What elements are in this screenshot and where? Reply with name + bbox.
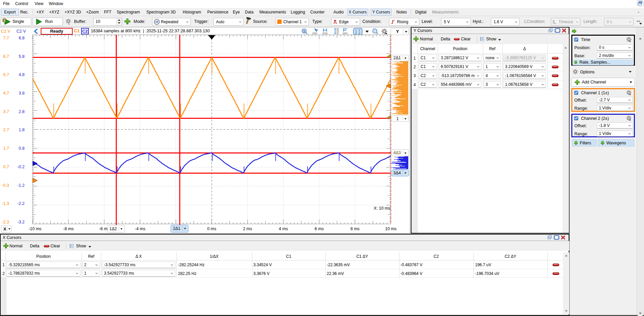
svg-text:-0.2: -0.2 [17,165,25,169]
svg-text:-0.3: -0.3 [2,183,9,188]
svg-text:6 ms: 6 ms [315,226,324,231]
svg-text:5.8: 5.8 [19,54,25,59]
svg-text:2.8: 2.8 [19,109,25,114]
svg-text:-1.2: -1.2 [17,183,25,188]
svg-text:4.7: 4.7 [3,91,9,96]
svg-text:10 ms: 10 ms [385,226,396,231]
svg-text:3.8: 3.8 [19,91,25,96]
svg-text:-1.3: -1.3 [2,201,9,206]
svg-text:5.7: 5.7 [3,72,9,77]
svg-text:1.7: 1.7 [3,146,9,151]
svg-text:2 ms: 2 ms [243,226,252,231]
svg-text:-2.3: -2.3 [2,220,9,224]
svg-text:-8 ms: -8 ms [63,226,74,231]
svg-text:-2.2: -2.2 [17,201,25,206]
svg-text:1.8: 1.8 [19,128,25,132]
svg-text:X: 10 ms: X: 10 ms [374,206,390,211]
svg-text:4 ms: 4 ms [279,226,288,231]
svg-text:3.7: 3.7 [3,109,9,114]
svg-text:2.7: 2.7 [3,128,9,132]
svg-text:4.8: 4.8 [19,72,25,77]
svg-text:6.7: 6.7 [3,54,9,59]
svg-text:-4 ms: -4 ms [135,226,145,231]
svg-text:-10 ms: -10 ms [29,226,41,231]
svg-text:0 ms: 0 ms [207,226,216,231]
svg-text:6.8: 6.8 [19,36,25,40]
svg-text:7.7: 7.7 [3,36,9,40]
svg-text:0.7: 0.7 [3,165,9,169]
svg-text:-3.2: -3.2 [17,220,25,224]
svg-text:0.8: 0.8 [19,146,25,151]
svg-text:1: 1 [3,19,5,22]
svg-text:8 ms: 8 ms [350,226,359,231]
